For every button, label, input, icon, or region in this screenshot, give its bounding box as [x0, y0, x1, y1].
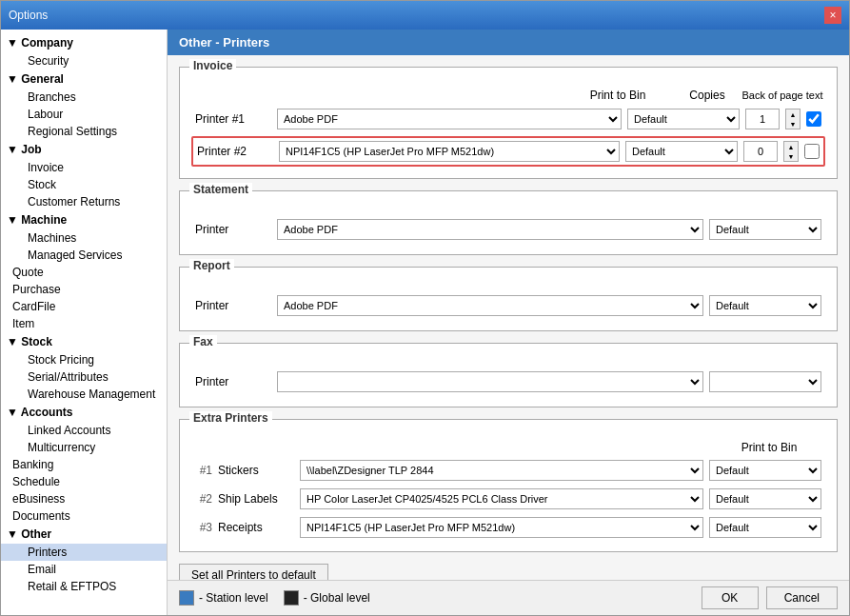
invoice-printer1-copies-up[interactable]: ▲: [786, 109, 800, 119]
close-button[interactable]: ×: [824, 7, 841, 24]
invoice-section-label: Invoice: [189, 59, 236, 72]
footer-buttons: OK Cancel: [702, 586, 838, 609]
window-title: Options: [9, 9, 48, 22]
extra-row2-bin-select[interactable]: Default Tray 1: [709, 488, 821, 509]
invoice-copies-header: Copies: [681, 89, 734, 102]
invoice-printer1-copies-down[interactable]: ▼: [786, 119, 800, 129]
station-level-icon: [179, 590, 194, 606]
extra-bin-header: Print to Bin: [713, 441, 825, 454]
options-window: Options × ▼ Company Security ▼ General B…: [0, 0, 850, 616]
sidebar-item-customer-returns[interactable]: Customer Returns: [1, 193, 167, 210]
sidebar-item-warehouse-management[interactable]: Warehouse Management: [1, 386, 167, 403]
sidebar-item-retail-eftpos[interactable]: Retail & EFTPOS: [1, 578, 167, 595]
fax-bin-select[interactable]: Default: [709, 371, 821, 392]
sidebar-item-branches[interactable]: Branches: [1, 89, 167, 106]
statement-printer-label: Printer: [195, 223, 271, 236]
extra-printers-label: Extra Printers: [189, 411, 272, 425]
sidebar-item-stock-pricing[interactable]: Stock Pricing: [1, 351, 167, 368]
fax-section: Fax Printer Adobe PDF Default: [179, 343, 838, 407]
sidebar-item-ebusiness[interactable]: eBusiness: [1, 490, 167, 507]
extra-row3-label: Receipts: [218, 521, 294, 534]
extra-row2-num: #2: [195, 492, 212, 506]
sidebar-item-labour[interactable]: Labour: [1, 106, 167, 123]
sidebar-item-company[interactable]: ▼ Company: [1, 33, 167, 52]
invoice-printer1-bin-select[interactable]: Default Tray 1 Tray 2: [627, 109, 740, 129]
sidebar-item-banking[interactable]: Banking: [1, 456, 167, 473]
sidebar-item-other[interactable]: ▼ Other: [1, 525, 167, 544]
sidebar-item-serial-attributes[interactable]: Serial/Attributes: [1, 368, 167, 386]
sidebar-item-cardfile[interactable]: CardFile: [1, 298, 167, 315]
invoice-printer1-label: Printer #1: [195, 112, 271, 126]
cancel-button[interactable]: Cancel: [766, 586, 838, 609]
panel-header: Other - Printers: [168, 30, 849, 55]
sidebar-item-multicurrency[interactable]: Multicurrency: [1, 439, 167, 456]
invoice-printer2-bin-select[interactable]: Default Tray 1 Tray 2: [625, 141, 738, 162]
global-level-legend: - Global level: [284, 590, 370, 606]
invoice-printer2-copies-up[interactable]: ▲: [784, 142, 798, 151]
sidebar-item-invoice-job[interactable]: Invoice: [1, 159, 167, 176]
statement-printer-select[interactable]: Adobe PDF NPI14F1C5 (HP LaserJet Pro MFP…: [277, 219, 703, 240]
invoice-printer1-backpage-checkbox[interactable]: [806, 111, 821, 127]
report-bin-select[interactable]: Default Tray 1: [709, 295, 821, 316]
global-level-label: - Global level: [304, 591, 370, 605]
invoice-printer1-copies[interactable]: [745, 109, 780, 129]
sidebar-item-machines[interactable]: Machines: [1, 229, 167, 247]
invoice-printer2-backpage-checkbox[interactable]: [804, 144, 820, 159]
statement-bin-select[interactable]: Default Tray 1: [709, 219, 821, 240]
extra-row3-printer-select[interactable]: NPI14F1C5 (HP LaserJet Pro MFP M521dw) A…: [300, 517, 703, 538]
extra-row3-bin-select[interactable]: Default Tray 1: [709, 517, 821, 538]
extra-row1-bin-select[interactable]: Default Tray 1: [709, 460, 821, 481]
ok-button[interactable]: OK: [702, 586, 759, 609]
fax-section-label: Fax: [189, 335, 217, 348]
invoice-printer1-select[interactable]: Adobe PDF NPI14F1C5 (HP LaserJet Pro MFP…: [277, 109, 622, 129]
panel-footer: - Station level - Global level OK Cancel: [168, 580, 849, 615]
invoice-printer2-label: Printer #2: [197, 145, 273, 158]
report-printer-row: Printer Adobe PDF NPI14F1C5 (HP LaserJet…: [191, 292, 825, 319]
report-section-label: Report: [189, 259, 234, 272]
invoice-bin-header: Print to Bin: [561, 89, 675, 102]
extra-row1-num: #1: [195, 464, 212, 477]
extra-row2-printer-select[interactable]: HP Color LaserJet CP4025/4525 PCL6 Class…: [300, 488, 703, 509]
report-printer-select[interactable]: Adobe PDF NPI14F1C5 (HP LaserJet Pro MFP…: [277, 295, 703, 316]
sidebar-item-schedule[interactable]: Schedule: [1, 473, 167, 490]
sidebar-item-purchase[interactable]: Purchase: [1, 281, 167, 298]
extra-row-3: #3 Receipts NPI14F1C5 (HP LaserJet Pro M…: [191, 515, 825, 540]
invoice-printer2-select[interactable]: NPI14F1C5 (HP LaserJet Pro MFP M521dw) A…: [279, 141, 620, 162]
report-section: Report Printer Adobe PDF NPI14F1C5 (HP L…: [179, 267, 838, 331]
sidebar-item-regional-settings[interactable]: Regional Settings: [1, 123, 167, 140]
sidebar-item-printers[interactable]: Printers: [1, 544, 167, 561]
panel-body: Invoice Print to Bin Copies Back of page…: [168, 55, 849, 580]
station-level-legend: - Station level: [179, 590, 268, 606]
set-default-button[interactable]: Set all Printers to default: [179, 564, 328, 580]
invoice-backpage-header: Back of page text: [740, 89, 825, 101]
report-printer-label: Printer: [195, 299, 271, 312]
global-level-icon: [284, 590, 299, 606]
sidebar: ▼ Company Security ▼ General Branches La…: [1, 30, 168, 615]
sidebar-item-email[interactable]: Email: [1, 561, 167, 578]
sidebar-item-managed-services[interactable]: Managed Services: [1, 247, 167, 264]
station-level-label: - Station level: [199, 591, 268, 605]
sidebar-item-security[interactable]: Security: [1, 52, 167, 70]
statement-section: Statement Printer Adobe PDF NPI14F1C5 (H…: [179, 190, 838, 255]
sidebar-item-general[interactable]: ▼ General: [1, 70, 167, 89]
invoice-section: Invoice Print to Bin Copies Back of page…: [179, 67, 838, 179]
sidebar-item-machine[interactable]: ▼ Machine: [1, 210, 167, 229]
invoice-printer2-copies[interactable]: [743, 141, 778, 162]
extra-printers-section: Extra Printers Print to Bin #1 Sticke: [179, 419, 838, 552]
sidebar-item-linked-accounts[interactable]: Linked Accounts: [1, 422, 167, 439]
sidebar-item-quote[interactable]: Quote: [1, 264, 167, 281]
sidebar-item-job[interactable]: ▼ Job: [1, 140, 167, 159]
sidebar-item-documents[interactable]: Documents: [1, 507, 167, 525]
invoice-printer2-copies-down[interactable]: ▼: [784, 151, 798, 161]
extra-row1-printer-select[interactable]: \\label\ZDesigner TLP 2844 Adobe PDF: [300, 460, 703, 481]
title-bar: Options ×: [1, 1, 849, 30]
fax-printer-select[interactable]: Adobe PDF: [277, 371, 703, 392]
sidebar-item-item[interactable]: Item: [1, 315, 167, 332]
sidebar-item-stock-job[interactable]: Stock: [1, 176, 167, 193]
sidebar-item-stock[interactable]: ▼ Stock: [1, 332, 167, 351]
extra-row3-num: #3: [195, 521, 212, 534]
sidebar-item-accounts[interactable]: ▼ Accounts: [1, 403, 167, 422]
extra-row2-label: Ship Labels: [218, 492, 294, 506]
main-content: ▼ Company Security ▼ General Branches La…: [1, 30, 849, 615]
legend: - Station level - Global level: [179, 590, 370, 606]
